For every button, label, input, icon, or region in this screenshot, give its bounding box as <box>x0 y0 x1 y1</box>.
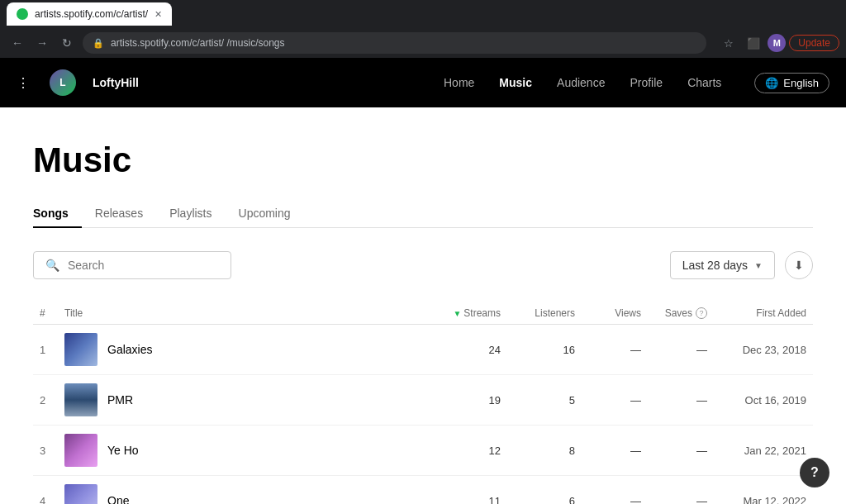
browser-chrome: artists.spotify.com/c/artist/ ✕ ← → ↻ 🔒 … <box>0 0 846 58</box>
chevron-down-icon: ▼ <box>754 261 763 270</box>
row-title-cell: PMR <box>58 375 433 426</box>
tab-upcoming[interactable]: Upcoming <box>226 200 304 228</box>
music-tabs: Songs Releases Playlists Upcoming <box>33 200 813 228</box>
address-bar[interactable]: 🔒 artists.spotify.com/c/artist/ /music/s… <box>83 32 706 54</box>
tab-url-label: artists.spotify.com/c/artist/ <box>35 8 148 20</box>
table-row[interactable]: 1 Galaxies 24 16 — — Dec 23, 2018 <box>33 325 813 375</box>
row-num: 1 <box>33 325 58 375</box>
search-icon: 🔍 <box>45 259 59 272</box>
row-date: Oct 16, 2019 <box>714 375 813 426</box>
tab-favicon <box>17 8 28 20</box>
bookmark-button[interactable]: ☆ <box>718 32 739 54</box>
browser-nav-buttons: ← → ↻ <box>7 32 78 54</box>
nav-charts[interactable]: Charts <box>687 76 721 89</box>
browser-profile[interactable]: M <box>768 34 786 52</box>
lock-icon: 🔒 <box>93 38 104 49</box>
nav-music[interactable]: Music <box>499 76 532 89</box>
main-nav: Home Music Audience Profile Charts <box>444 76 721 89</box>
row-saves: — <box>648 375 714 426</box>
date-filter-button[interactable]: Last 28 days ▼ <box>670 251 775 279</box>
spotify-navbar: ⋮ L LoftyHill Home Music Audience Profil… <box>0 58 846 107</box>
row-date: Jan 22, 2021 <box>714 426 813 476</box>
table-row[interactable]: 2 PMR 19 5 — — Oct 16, 2019 <box>33 375 813 426</box>
saves-info-icon[interactable]: ? <box>696 307 707 319</box>
language-button[interactable]: 🌐 English <box>754 73 829 93</box>
tab-songs[interactable]: Songs <box>33 200 82 228</box>
row-date: Dec 23, 2018 <box>714 325 813 375</box>
back-button[interactable]: ← <box>7 32 28 54</box>
row-saves: — <box>648 426 714 476</box>
song-art <box>64 333 97 366</box>
search-input[interactable] <box>68 259 219 272</box>
song-art <box>64 383 97 416</box>
row-saves: — <box>648 325 714 375</box>
download-icon: ⬇ <box>794 259 804 272</box>
col-views: Views <box>582 302 648 325</box>
col-streams[interactable]: ▼Streams <box>433 302 507 325</box>
row-num: 4 <box>33 476 58 505</box>
col-listeners: Listeners <box>507 302 582 325</box>
reload-button[interactable]: ↻ <box>56 32 78 54</box>
row-views: — <box>582 325 648 375</box>
search-box[interactable]: 🔍 <box>33 251 231 279</box>
song-title: Galaxies <box>107 343 152 356</box>
url-text: artists.spotify.com/c/artist/ /music/son… <box>111 37 285 49</box>
row-streams: 11 <box>433 476 507 505</box>
table-body: 1 Galaxies 24 16 — — Dec 23, 2018 2 <box>33 325 813 505</box>
extensions-button[interactable]: ⬛ <box>743 32 764 54</box>
nav-home[interactable]: Home <box>444 76 474 89</box>
row-views: — <box>582 426 648 476</box>
active-tab[interactable]: artists.spotify.com/c/artist/ ✕ <box>7 2 172 26</box>
song-title: One <box>107 494 129 504</box>
col-saves: Saves ? <box>648 302 714 325</box>
col-title: Title <box>58 302 433 325</box>
table-header: # Title ▼Streams Listeners Views Saves ?… <box>33 302 813 325</box>
row-title-cell: Ye Ho <box>58 426 433 476</box>
row-views: — <box>582 476 648 505</box>
page-title: Music <box>33 140 813 180</box>
menu-icon[interactable]: ⋮ <box>17 75 30 91</box>
song-title: PMR <box>107 393 133 407</box>
row-listeners: 16 <box>507 325 582 375</box>
controls-row: 🔍 Last 28 days ▼ ⬇ <box>33 251 813 279</box>
globe-icon: 🌐 <box>765 77 778 89</box>
nav-profile[interactable]: Profile <box>630 76 663 89</box>
row-num: 3 <box>33 426 58 476</box>
col-num: # <box>33 302 58 325</box>
row-listeners: 5 <box>507 375 582 426</box>
row-streams: 19 <box>433 375 507 426</box>
table-row[interactable]: 3 Ye Ho 12 8 — — Jan 22, 2021 <box>33 426 813 476</box>
song-art <box>64 484 97 504</box>
song-title: Ye Ho <box>107 444 139 457</box>
sort-arrow-icon: ▼ <box>453 309 461 318</box>
download-button[interactable]: ⬇ <box>785 251 813 279</box>
page-content: Music Songs Releases Playlists Upcoming … <box>0 107 846 504</box>
tab-playlists[interactable]: Playlists <box>156 200 225 228</box>
row-streams: 24 <box>433 325 507 375</box>
col-first-added: First Added <box>714 302 813 325</box>
row-date: Mar 12, 2022 <box>714 476 813 505</box>
table-row[interactable]: 4 One 11 6 — — Mar 12, 2022 <box>33 476 813 505</box>
language-label: English <box>783 77 819 89</box>
row-views: — <box>582 375 648 426</box>
row-listeners: 8 <box>507 426 582 476</box>
browser-tab-bar: artists.spotify.com/c/artist/ ✕ <box>0 0 846 28</box>
tab-close-button[interactable]: ✕ <box>154 9 162 20</box>
nav-audience[interactable]: Audience <box>557 76 605 89</box>
date-filter-label: Last 28 days <box>682 259 748 272</box>
row-streams: 12 <box>433 426 507 476</box>
date-filter: Last 28 days ▼ ⬇ <box>670 251 813 279</box>
browser-actions: ☆ ⬛ M Update <box>718 32 839 54</box>
row-num: 2 <box>33 375 58 426</box>
update-button[interactable]: Update <box>789 35 839 51</box>
row-listeners: 6 <box>507 476 582 505</box>
help-button[interactable]: ? <box>800 458 829 487</box>
row-title-cell: One <box>58 476 433 505</box>
artist-avatar: L <box>50 69 76 96</box>
song-art <box>64 434 97 467</box>
songs-table: # Title ▼Streams Listeners Views Saves ?… <box>33 302 813 504</box>
artist-name: LoftyHill <box>93 76 139 89</box>
tab-releases[interactable]: Releases <box>82 200 156 228</box>
forward-button[interactable]: → <box>31 32 53 54</box>
browser-toolbar: ← → ↻ 🔒 artists.spotify.com/c/artist/ /m… <box>0 28 846 58</box>
